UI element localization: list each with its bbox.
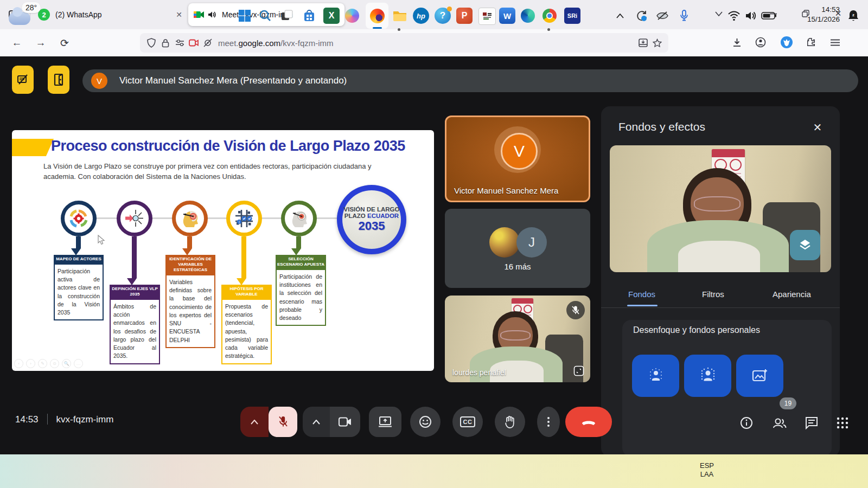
camera-toggle-button[interactable] (330, 407, 360, 437)
app-logo-icon[interactable] (478, 8, 496, 25)
self-video-preview (610, 145, 831, 272)
close-tab-icon[interactable]: ✕ (174, 10, 184, 19)
step2-box: DEFINCIÓN EJES VLP 2035 Ámbitos de acció… (110, 285, 160, 364)
section-title: Desenfoque y fondos personales (633, 325, 760, 335)
presenter-avatar: V (91, 73, 107, 89)
chat-button[interactable] (801, 412, 822, 434)
speaker-avatar: V (501, 133, 538, 170)
reload-button[interactable]: ⟳ (55, 34, 74, 52)
meet-app: V Victor Manuel Sanchez Mera (Presentand… (0, 56, 868, 454)
battery-icon[interactable] (761, 8, 777, 24)
save-page-icon[interactable] (636, 38, 650, 47)
screen: 2 (2) WhatsApp ✕ Meet - kvx-fqzm-imm ✕ +… (0, 0, 868, 488)
sync-status-icon[interactable] (634, 8, 650, 24)
autoplay-blocked-icon[interactable] (201, 38, 215, 48)
meeting-details-button[interactable] (736, 412, 757, 434)
permissions-icon[interactable] (173, 39, 187, 47)
mic-in-use-icon[interactable] (676, 8, 692, 24)
firefox-services-icon[interactable] (777, 33, 796, 52)
firefox-icon[interactable] (369, 8, 385, 24)
prev-slide-icon: ‹ (14, 359, 23, 368)
more-icon: … (74, 359, 83, 368)
tray-chevron-icon[interactable] (612, 8, 628, 24)
copilot-icon[interactable] (344, 8, 360, 24)
word-icon[interactable]: W (499, 8, 515, 24)
meeting-time: 14:53 (15, 414, 39, 425)
taskbar-clock[interactable]: 14:53 15/1/2026 (807, 5, 840, 24)
privacy-eye-off-icon[interactable] (654, 8, 671, 24)
vision-2035-badge: VISIÓN DE LARGO PLAZO ECUADOR 2035 (337, 185, 406, 254)
tab-filtros[interactable]: Filtros (702, 290, 724, 299)
search-button[interactable] (257, 8, 273, 24)
participants-button[interactable] (769, 412, 790, 434)
menu-icon[interactable] (825, 33, 845, 52)
downloads-icon[interactable] (727, 33, 746, 52)
activities-button[interactable] (832, 412, 853, 434)
excel-icon[interactable]: X (323, 8, 340, 24)
extensions-icon[interactable] (801, 33, 821, 52)
present-screen-button[interactable] (369, 407, 401, 437)
captions-button[interactable]: CC (452, 407, 483, 437)
edge-icon[interactable] (520, 8, 536, 24)
exit-presentation-button[interactable] (48, 66, 69, 94)
slide-accent-shape (12, 139, 54, 156)
arrow (241, 236, 246, 278)
mic-toggle-button-muted[interactable] (269, 407, 297, 437)
camera-blocked-icon[interactable] (187, 39, 201, 47)
shield-icon[interactable] (144, 38, 158, 48)
mic-options-chevron[interactable] (240, 407, 269, 437)
speaker-tile[interactable]: V Victor Manuel Sanchez Mera (445, 115, 590, 202)
annotation-tool-button[interactable] (12, 66, 34, 94)
presenter-banner-text: Victor Manuel Sanchez Mera (Presentando … (119, 75, 347, 86)
leave-call-button[interactable] (565, 407, 612, 437)
running-indicator-dot (398, 28, 400, 31)
hp-icon[interactable]: hp (413, 8, 429, 24)
tab-apariencia[interactable]: Apariencia (773, 290, 811, 299)
participant-avatar-initial: J (516, 227, 547, 258)
overflow-participants-tile[interactable]: J 16 más (445, 209, 590, 288)
arrow (132, 236, 137, 278)
back-button[interactable]: ← (8, 34, 26, 52)
forward-button[interactable]: → (31, 34, 50, 52)
full-blur-button[interactable] (684, 355, 731, 397)
more-options-button[interactable] (537, 407, 560, 437)
lock-icon[interactable] (158, 38, 173, 48)
task-view-button[interactable] (279, 8, 295, 24)
file-explorer-icon[interactable] (392, 8, 408, 24)
camera-options-chevron[interactable] (303, 407, 330, 437)
url-bar[interactable]: meet.google.com/kvx-fqzm-imm (140, 33, 668, 53)
raise-hand-button[interactable] (495, 407, 525, 437)
sri-icon[interactable]: SRi (564, 8, 580, 24)
tab-fondos[interactable]: Fondos (628, 290, 655, 299)
bookmark-star-icon[interactable] (650, 38, 664, 48)
help-icon[interactable]: ? (435, 8, 451, 24)
volume-icon[interactable] (743, 8, 760, 24)
svg-text:i: i (239, 220, 239, 224)
arrow (296, 236, 301, 248)
expand-tile-icon[interactable] (572, 364, 586, 378)
step5-icon-scenario (281, 201, 317, 236)
upload-background-button[interactable] (736, 355, 783, 397)
effects-layers-button[interactable] (790, 230, 820, 260)
slide-viewer-controls[interactable]: ‹›✎⊙🔍… (14, 359, 83, 368)
arrow (187, 236, 192, 248)
tab-audio-icon[interactable] (208, 11, 216, 18)
account-icon[interactable] (751, 33, 770, 52)
close-panel-icon[interactable]: ✕ (810, 120, 825, 134)
reactions-button[interactable] (410, 407, 441, 437)
active-tab-underline (627, 305, 658, 306)
start-button[interactable] (237, 8, 253, 24)
powerpoint-icon[interactable]: P (456, 8, 473, 24)
speaker-name: Victor Manuel Sanchez Mera (454, 186, 558, 195)
notification-bell-icon[interactable]: z (845, 8, 861, 24)
participant-video-tile[interactable]: lourdes penafiel (445, 296, 590, 382)
microsoft-store-icon[interactable] (301, 8, 317, 24)
firefox-active-indicator (373, 27, 382, 29)
arrow (76, 236, 81, 248)
slight-blur-button[interactable] (632, 355, 679, 397)
keyboard-language-indicator[interactable]: ESPLAA (700, 461, 714, 478)
chrome-icon[interactable] (541, 8, 558, 24)
pen-icon: ✎ (38, 359, 47, 368)
wifi-icon[interactable] (726, 8, 742, 24)
weather-widget[interactable]: 28° (9, 5, 58, 29)
